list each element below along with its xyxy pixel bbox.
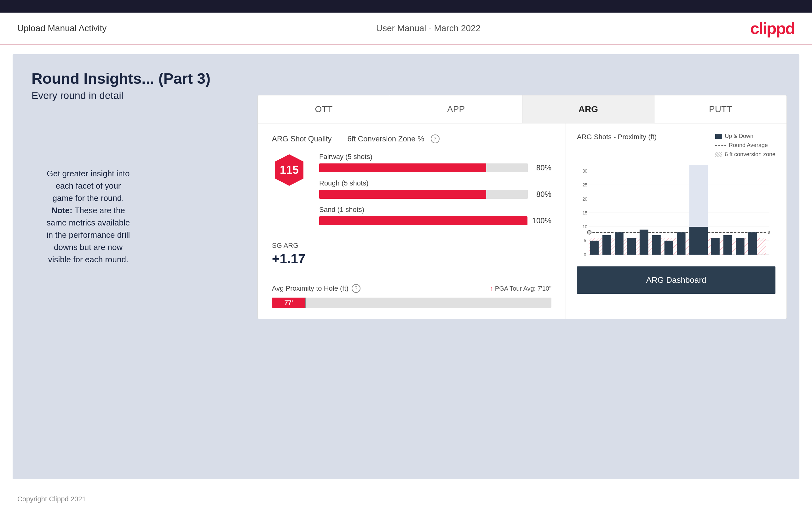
svg-rect-27 [640,230,649,255]
proximity-bar-track: 77' [272,297,551,308]
tab-app[interactable]: APP [390,96,522,123]
svg-rect-36 [748,232,757,255]
sg-label: SG ARG [272,241,551,250]
help-icon[interactable]: ? [431,134,440,143]
bar-container-sand: 100% [319,216,551,225]
left-panel: ARG Shot Quality 6ft Conversion Zone % ?… [258,123,566,319]
legend-item-zone: 6 ft conversion zone [715,151,775,158]
hexagon-value: 115 [280,163,299,177]
chart-svg: 0 5 10 15 20 25 30 [577,164,775,259]
hexagon: 115 [272,153,307,187]
right-panel: ARG Shots - Proximity (ft) Up & Down Rou… [566,123,786,319]
proximity-label: Avg Proximity to Hole (ft) [272,284,349,292]
svg-rect-28 [652,235,661,255]
svg-rect-26 [627,238,636,255]
shot-row-rough: Rough (5 shots) 80% [319,179,551,199]
shot-label-rough: Rough (5 shots) [319,179,551,187]
svg-text:0: 0 [584,252,587,257]
sg-value: +1.17 [272,251,551,267]
proximity-help-icon[interactable]: ? [352,284,360,293]
svg-rect-33 [711,238,720,255]
svg-text:30: 30 [582,169,588,173]
hexagon-container: 115 [272,153,307,187]
main-card: OTT APP ARG PUTT ARG Shot Quality 6ft Co… [257,95,787,319]
logo: clippd [750,19,795,38]
pga-avg: ↑ PGA Tour Avg: 7'10" [490,285,551,292]
bar-track-rough [319,190,528,199]
svg-rect-32 [689,227,708,255]
svg-rect-34 [723,235,732,255]
svg-text:20: 20 [582,197,588,202]
svg-text:25: 25 [582,183,588,187]
legend-dash-avg [715,145,726,146]
dashboard-button[interactable]: ARG Dashboard [577,267,775,294]
footer: Copyright Clippd 2021 [0,489,812,507]
svg-text:10: 10 [582,225,588,229]
hex-section: 115 Fairway (5 shots) 80% [272,153,551,232]
header: Upload Manual Activity User Manual - Mar… [0,13,812,45]
svg-rect-35 [736,238,745,255]
legend: Up & Down Round Average 6 ft conversion … [715,133,775,158]
legend-label-zone: 6 ft conversion zone [725,151,775,158]
svg-rect-24 [603,235,611,255]
shot-label-fairway: Fairway (5 shots) [319,153,551,161]
bar-track-sand [319,216,527,225]
proximity-header: Avg Proximity to Hole (ft) ? ↑ PGA Tour … [272,284,551,293]
pga-marker: ↑ [490,285,495,292]
shot-row-fairway: Fairway (5 shots) 80% [319,153,551,172]
shot-label-sand: Sand (1 shots) [319,206,551,214]
svg-point-20 [587,230,591,234]
bar-fill-sand [319,216,527,225]
right-panel-header: ARG Shots - Proximity (ft) Up & Down Rou… [577,133,775,158]
proximity-cursor [305,297,306,308]
bar-pct-fairway: 80% [532,163,551,172]
copyright: Copyright Clippd 2021 [17,495,86,503]
chart-container: 0 5 10 15 20 25 30 [577,164,775,259]
svg-rect-30 [677,232,686,255]
svg-rect-25 [615,232,623,255]
proximity-bar-fill: 77' [272,297,305,308]
svg-text:5: 5 [584,238,587,243]
bar-fill-rough [319,190,486,199]
top-bar [0,0,812,13]
desc-note: Note: [51,206,72,215]
shot-bars: Fairway (5 shots) 80% Rough (5 shots) [319,153,551,232]
legend-checker-zone [715,152,722,157]
user-manual-label: User Manual - March 2022 [376,23,480,34]
tab-putt[interactable]: PUTT [654,96,786,123]
legend-box-updown [715,134,722,139]
description-text: Get greater insight intoeach facet of yo… [32,168,145,266]
legend-label-avg: Round Average [729,142,768,149]
legend-item-avg: Round Average [715,142,775,149]
tab-nav: OTT APP ARG PUTT [258,96,786,123]
legend-item-updown: Up & Down [715,133,775,139]
tab-ott[interactable]: OTT [258,96,390,123]
proximity-section: Avg Proximity to Hole (ft) ? ↑ PGA Tour … [272,276,551,308]
panel-subtitle: 6ft Conversion Zone % [347,134,424,143]
svg-rect-29 [665,241,673,255]
main-content: Round Insights... (Part 3) Every round i… [13,54,799,479]
svg-text:8: 8 [768,230,770,235]
right-panel-title: ARG Shots - Proximity (ft) [577,133,657,141]
bar-container-rough: 80% [319,190,551,199]
svg-rect-23 [590,241,599,255]
page-title: Round Insights... (Part 3) [32,70,780,87]
panel-header: ARG Shot Quality 6ft Conversion Zone % ? [272,134,551,143]
bar-container-fairway: 80% [319,163,551,172]
desc-line1: Get greater insight intoeach facet of yo… [47,169,130,203]
bar-pct-rough: 80% [532,190,551,199]
shot-row-sand: Sand (1 shots) 100% [319,206,551,225]
sg-section: SG ARG +1.17 [272,241,551,267]
upload-label: Upload Manual Activity [17,23,106,34]
card-body: ARG Shot Quality 6ft Conversion Zone % ?… [258,123,786,319]
proximity-title: Avg Proximity to Hole (ft) ? [272,284,360,293]
bar-fill-fairway [319,163,486,172]
tab-arg[interactable]: ARG [522,96,655,123]
panel-title: ARG Shot Quality [272,134,332,143]
svg-text:15: 15 [582,211,588,215]
bar-pct-sand: 100% [532,216,551,225]
legend-label-updown: Up & Down [725,133,753,139]
pga-avg-text: PGA Tour Avg: 7'10" [495,285,551,292]
bar-track-fairway [319,163,528,172]
